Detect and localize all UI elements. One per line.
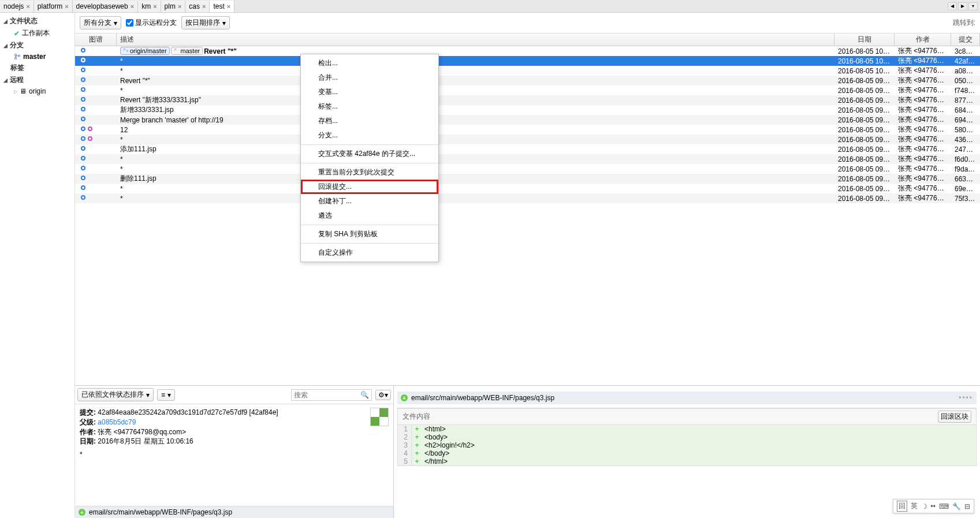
tab-test[interactable]: test× — [210, 1, 234, 12]
line-number: 1 — [398, 425, 412, 433]
tab-plm[interactable]: plm× — [161, 1, 186, 12]
header-author[interactable]: 作者 — [895, 33, 951, 46]
sidebar-item-working-copy[interactable]: ✔工作副本 — [0, 27, 74, 39]
detail-search[interactable]: 🔍 — [291, 389, 372, 401]
close-icon[interactable]: × — [26, 3, 29, 10]
commit-date: 2016-08-05 09:41 — [834, 126, 895, 134]
graph-cell — [75, 154, 117, 164]
info-label: 日期: — [80, 437, 96, 445]
header-desc[interactable]: 描述 — [117, 33, 834, 46]
ctx-checkout[interactable]: 检出... — [301, 56, 438, 70]
ctx-copy-sha[interactable]: 复制 SHA 到剪贴板 — [301, 227, 438, 241]
commit-row[interactable]: 添加111.jsp2016-08-05 09:34张亮 <94776479824… — [75, 144, 980, 154]
graph-cell — [75, 76, 117, 85]
ime-lang[interactable]: 英 — [911, 501, 918, 511]
close-icon[interactable]: × — [202, 3, 206, 10]
close-icon[interactable]: × — [131, 3, 134, 10]
ctx-archive[interactable]: 存档... — [301, 114, 438, 128]
commit-row[interactable]: *2016-08-05 10:03张亮 <947764798a085b5d — [75, 66, 980, 76]
tab-developbaseweb[interactable]: developbaseweb× — [73, 1, 139, 12]
file-row[interactable]: + email/src/main/webapp/WEB-INF/pages/q3… — [75, 506, 393, 518]
sidebar-group-branches[interactable]: ◢分支 — [0, 39, 74, 51]
plus-icon: + — [412, 441, 422, 449]
commit-date: 2016-08-05 09:22 — [834, 185, 895, 193]
close-icon[interactable]: × — [178, 3, 181, 10]
rollback-block-button[interactable]: 回滚区块 — [938, 411, 971, 423]
ctx-merge[interactable]: 合并... — [301, 70, 438, 85]
commit-row[interactable]: 新增333/3331.jsp2016-08-05 09:44张亮 <947764… — [75, 105, 980, 115]
graph-cell — [75, 144, 117, 154]
file-path: email/src/main/webapp/WEB-INF/pages/q3.j… — [89, 508, 232, 516]
info-value: 张亮 <947764798@qq.com> — [98, 428, 186, 436]
commit-row[interactable]: origin/mastermasterRevert "*"2016-08-05 … — [75, 46, 980, 56]
header-graph[interactable]: 图谱 — [75, 33, 117, 46]
sep-icon[interactable]: ⊟ — [964, 502, 970, 510]
commit-hash: 3c8607f — [951, 47, 980, 55]
ctx-rebase[interactable]: 变基... — [301, 85, 438, 99]
commit-row[interactable]: Revert "新增333/3331.jsp"2016-08-05 09:52张… — [75, 95, 980, 105]
graph-cell — [75, 193, 117, 203]
tab-nodejs[interactable]: nodejs× — [0, 1, 34, 12]
commit-desc: * — [117, 67, 834, 75]
commit-row[interactable]: *2016-08-05 09:19张亮 <94776479875f3306 — [75, 193, 980, 203]
sort-dropdown[interactable]: 按日期排序▾ — [181, 16, 230, 29]
dots-icon[interactable]: •• — [931, 502, 936, 510]
commit-row[interactable]: *2016-08-05 09:33张亮 <947764798f6d0300 — [75, 154, 980, 164]
commit-author: 张亮 <947764798 — [895, 85, 951, 95]
ctx-revert[interactable]: 回滚提交... — [301, 180, 438, 194]
tab-platform[interactable]: platform× — [34, 1, 73, 12]
ctx-patch[interactable]: 创建补丁... — [301, 194, 438, 208]
ime-logo-icon[interactable]: 回 — [897, 501, 907, 512]
parent-link[interactable]: a085b5dc79 — [98, 418, 136, 426]
ctx-interactive-rebase[interactable]: 交互式变基 42af84e 的子提交... — [301, 147, 438, 161]
diff-panel: + email/src/main/webapp/WEB-INF/pages/q3… — [394, 386, 980, 518]
commit-row[interactable]: *2016-08-05 09:53张亮 <947764798f748a78 — [75, 85, 980, 95]
sidebar-item-origin[interactable]: ▷🖥origin — [0, 86, 74, 96]
caret-right-icon: ▷ — [14, 89, 17, 94]
show-remote-checkbox[interactable]: 显示远程分支 — [126, 18, 177, 28]
more-icon[interactable]: •••• — [959, 394, 973, 402]
tab-cas[interactable]: cas× — [185, 1, 210, 12]
file-sort-dropdown[interactable]: 已依照文件状态排序▾ — [77, 388, 154, 401]
commit-row[interactable]: 122016-08-05 09:41张亮 <947764798580cf99 — [75, 125, 980, 135]
sidebar-item-master[interactable]: master — [0, 51, 74, 62]
commit-row[interactable]: *2016-08-05 09:22张亮 <94776479869e9bd7 — [75, 184, 980, 193]
commit-row[interactable]: 删除111.jsp2016-08-05 09:29张亮 <94776479866… — [75, 174, 980, 184]
sidebar-group-filestatus[interactable]: ◢文件状态 — [0, 15, 74, 27]
gear-icon: ⚙ — [378, 391, 385, 399]
ctx-custom[interactable]: 自定义操作 — [301, 245, 438, 260]
tool-icon[interactable]: 🔧 — [952, 502, 961, 510]
line-number: 4 — [398, 449, 412, 457]
commit-row[interactable]: *2016-08-05 10:06张亮 <94776479842af84e — [75, 56, 980, 66]
ctx-cherry-pick[interactable]: 遴选 — [301, 208, 438, 223]
keyboard-icon[interactable]: ⌨ — [939, 502, 949, 510]
gear-button[interactable]: ⚙▾ — [375, 390, 391, 400]
close-icon[interactable]: × — [65, 3, 68, 10]
ctx-branch[interactable]: 分支... — [301, 128, 438, 143]
sidebar-group-remote[interactable]: ◢远程 — [0, 74, 74, 86]
search-input[interactable] — [294, 391, 360, 399]
sidebar-group-tags[interactable]: 标签 — [0, 62, 74, 74]
commit-row[interactable]: Merge branch 'master' of http://192016-0… — [75, 115, 980, 125]
commit-row[interactable]: Revert "*"2016-08-05 09:54张亮 <9477647980… — [75, 76, 980, 85]
ime-bar[interactable]: 回 英 ☽ •• ⌨ 🔧 ⊟ — [893, 499, 974, 513]
moon-icon[interactable]: ☽ — [921, 502, 927, 510]
ctx-reset[interactable]: 重置当前分支到此次提交 — [301, 165, 438, 180]
tab-list-button[interactable]: ▾ — [968, 2, 978, 10]
commit-row[interactable]: *2016-08-05 09:37张亮 <947764798436001a — [75, 135, 980, 144]
tab-prev-button[interactable]: ◀ — [948, 2, 957, 10]
tab-next-button[interactable]: ▶ — [958, 2, 967, 10]
tab-km[interactable]: km× — [138, 1, 161, 12]
header-date[interactable]: 日期 — [834, 33, 895, 46]
branch-filter-dropdown[interactable]: 所有分支▾ — [80, 16, 121, 29]
local-branch-tag[interactable]: master — [171, 47, 203, 55]
commit-row[interactable]: *2016-08-05 09:30张亮 <947764798f9da445 — [75, 164, 980, 174]
close-icon[interactable]: × — [227, 3, 230, 10]
header-commit[interactable]: 提交 — [951, 33, 980, 46]
ctx-tag[interactable]: 标签... — [301, 99, 438, 114]
view-mode-dropdown[interactable]: ≡▾ — [157, 389, 175, 401]
tab-label: plm — [165, 2, 176, 10]
checkbox-input[interactable] — [126, 19, 133, 27]
close-icon[interactable]: × — [153, 3, 156, 10]
remote-branch-tag[interactable]: origin/master — [120, 47, 170, 55]
